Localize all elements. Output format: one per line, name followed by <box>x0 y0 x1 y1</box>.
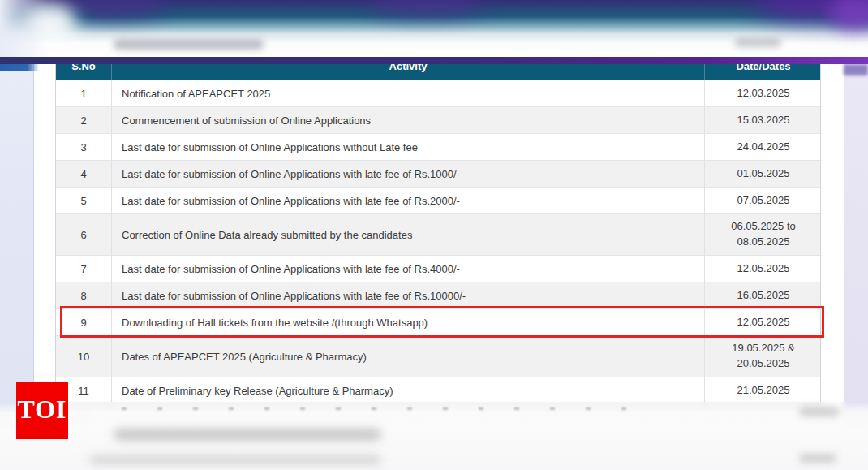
blurred-text-ghost <box>114 39 264 50</box>
blur-edge-fade <box>0 0 49 58</box>
row-sno: 8 <box>56 282 112 308</box>
table-row: 8 Last date for submission of Online App… <box>56 282 820 308</box>
screenshot-root: S.No Activity Date/Dates 1 Notification … <box>0 0 868 470</box>
table-row: 4 Last date for submission of Online App… <box>56 160 820 187</box>
table-row: 11 Date of Preliminary key Release (Agri… <box>56 377 820 403</box>
row-activity: Last date for submission of Online Appli… <box>112 255 705 282</box>
toi-watermark-logo: TOI <box>16 382 68 439</box>
schedule-table: S.No Activity Date/Dates 1 Notification … <box>55 58 821 437</box>
row-sno: 6 <box>56 213 112 255</box>
row-sno: 10 <box>56 335 112 377</box>
row-date: 15.03.2025 <box>705 106 822 133</box>
row-activity: Notification of APEAPCET 2025 <box>112 80 705 106</box>
blurred-text-ghost <box>799 454 836 463</box>
row-date: 16.05.2025 <box>705 282 822 308</box>
row-sno: 2 <box>56 106 112 133</box>
row-date: 24.04.2025 <box>705 133 822 160</box>
row-activity: Last date for submission of Online Appli… <box>112 282 705 308</box>
row-date: 07.05.2025 <box>705 187 822 213</box>
blurred-text-ghost <box>734 37 781 47</box>
row-sno: 5 <box>56 187 112 213</box>
blurred-top-banner <box>0 0 868 58</box>
blurred-text-ghost <box>122 407 649 410</box>
row-sno: 4 <box>56 160 112 187</box>
blur-blob <box>844 64 868 75</box>
purple-divider-bar <box>0 57 868 64</box>
row-activity: Commencement of submission of Online App… <box>112 106 705 133</box>
toi-logo-text: TOI <box>17 396 67 422</box>
table-row: 7 Last date for submission of Online App… <box>56 255 820 282</box>
row-activity: Date of Preliminary key Release (Agricul… <box>112 377 705 403</box>
row-date: 06.05.2025 to 08.05.2025 <box>705 213 822 255</box>
blurred-bottom-fade <box>0 402 868 470</box>
blur-blob <box>369 0 483 16</box>
table-row: 3 Last date for submission of Online App… <box>56 133 820 160</box>
table-row: 1 Notification of APEAPCET 2025 12.03.20… <box>56 80 820 106</box>
blur-blob <box>69 0 166 18</box>
row-sno: 1 <box>56 80 112 106</box>
table-row: 10 Dates of APEAPCET 2025 (Agriculture &… <box>56 335 820 377</box>
row-date: 12.05.2025 <box>705 255 822 282</box>
row-activity: Correction of Online Data already submit… <box>112 213 705 255</box>
table-row: 2 Commencement of submission of Online A… <box>56 106 820 133</box>
table-row: 6 Correction of Online Data already subm… <box>56 213 820 255</box>
table-row: 5 Last date for submission of Online App… <box>56 187 820 213</box>
row-activity: Dates of APEAPCET 2025 (Agriculture & Ph… <box>112 335 705 377</box>
blur-blob <box>829 0 868 31</box>
row-date: 01.05.2025 <box>705 160 822 187</box>
table-body: 1 Notification of APEAPCET 2025 12.03.20… <box>56 80 820 436</box>
row-date: 12.03.2025 <box>705 80 822 106</box>
blurred-text-ghost <box>799 407 840 416</box>
blurred-text-ghost <box>89 455 381 464</box>
row-activity: Last date for submission of Online Appli… <box>112 187 705 213</box>
row-date: 19.05.2025 & 20.05.2025 <box>705 335 822 377</box>
row-date: 21.05.2025 <box>705 377 822 403</box>
blue-accent-bar <box>0 64 39 71</box>
row-sno: 7 <box>56 255 112 282</box>
row-activity: Last date for submission of Online Appli… <box>112 133 705 160</box>
blurred-text-ghost <box>114 429 381 441</box>
row-sno: 3 <box>56 133 112 160</box>
highlight-annotation-box <box>60 306 824 338</box>
row-activity: Last date for submission of Online Appli… <box>112 160 705 187</box>
